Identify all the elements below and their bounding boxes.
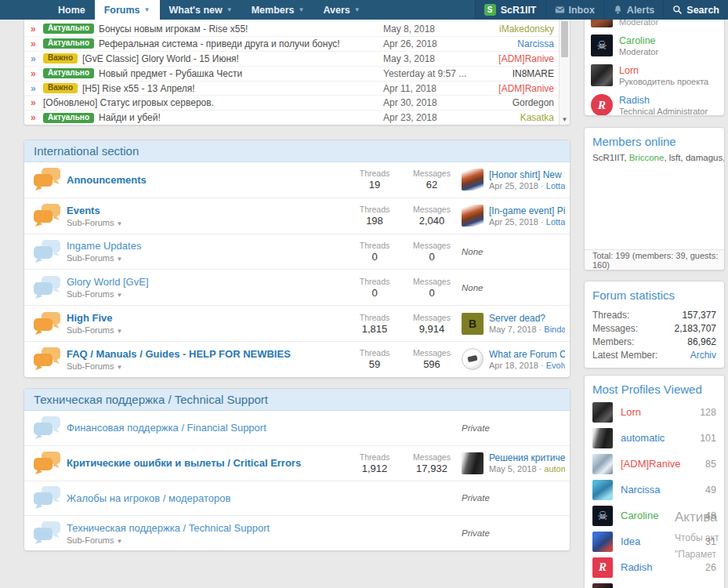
profile-link[interactable]: Idea (621, 535, 705, 547)
forum-link[interactable]: Ingame Updates (67, 240, 347, 252)
forum-row-glory-world[interactable]: Glory World [GvE] Sub-Forums ▼ Threads0 … (24, 270, 570, 306)
member-link[interactable]: Briccone (629, 153, 669, 162)
avatar[interactable] (592, 480, 613, 500)
nav-item-avers[interactable]: Avers▼ (314, 0, 370, 20)
avatar[interactable] (591, 64, 613, 86)
latest-member-link[interactable]: Archiv (690, 350, 716, 361)
panel-title-link[interactable]: Forum statistics (585, 281, 724, 305)
staff-name-link[interactable]: Caroline (619, 35, 658, 46)
latest-post-link[interactable]: What are Forum Credits? (489, 349, 565, 360)
avatar[interactable] (592, 454, 613, 474)
staff-name-link[interactable]: Lorn (619, 65, 708, 76)
account-button[interactable]: S ScR1IIT (475, 0, 545, 20)
avatar[interactable] (592, 583, 613, 588)
latest-post-user[interactable]: Lotta (546, 181, 565, 191)
latest-post-avatar[interactable] (462, 169, 484, 191)
thread-row[interactable]: » Важно [H5] Rise x55 - 13 Апреля! Apr 1… (24, 82, 570, 96)
thread-title-link[interactable]: Реферальная система - приведи друга и по… (99, 38, 383, 49)
forum-row-faq[interactable]: FAQ / Manuals / Guides - HELP FOR NEWBIE… (24, 342, 570, 378)
thread-title-link[interactable]: [GvE Classic] Glory World - 15 Июня! (82, 53, 383, 64)
forum-link[interactable]: High Five (67, 312, 347, 324)
latest-post-link[interactable]: Server dead? (489, 313, 565, 324)
profile-link[interactable]: automatic (621, 432, 700, 444)
forum-link[interactable]: Критические ошибки и вылеты / Critical E… (67, 457, 347, 469)
forum-row-announcements[interactable]: Announcements Threads19 Messages62 [Hono… (24, 162, 570, 198)
thread-user-link[interactable]: [ADM]Ranive (476, 53, 554, 64)
thread-user-link[interactable]: iMakedonsky (476, 24, 554, 34)
thread-title-link[interactable]: [H5] Rise x55 - 13 Апреля! (82, 83, 383, 94)
scroll-down-icon[interactable]: ▼ (560, 114, 570, 125)
nav-item-forums[interactable]: Forums▼ (95, 0, 160, 20)
thread-row[interactable]: » Важно [GvE Classic] Glory World - 15 И… (24, 52, 570, 67)
forum-link[interactable]: Жалобы на игроков / модераторов (67, 492, 347, 504)
member-link[interactable]: ScR1IIT (592, 153, 629, 162)
nav-item-whats-new[interactable]: What's new▼ (160, 0, 242, 20)
latest-post-avatar[interactable] (462, 452, 484, 474)
forum-link[interactable]: Glory World [GvE] (67, 276, 347, 288)
subforums-toggle[interactable]: Sub-Forums ▼ (67, 253, 347, 263)
forum-row-technical-support[interactable]: Техническая поддержка / Technical Suppor… (24, 516, 570, 551)
thread-title-link[interactable]: Бонусы новым игрокам - Rise x55! (99, 24, 383, 34)
thread-title-link[interactable]: Новый предмет - Рубашка Чести (99, 68, 383, 79)
nav-item-members[interactable]: Members▼ (242, 0, 314, 20)
scrollbar[interactable]: ▼ (559, 20, 570, 125)
latest-post-user[interactable]: Lotta (546, 217, 565, 227)
staff-row-radish[interactable]: R Radish Technical Administrator (585, 90, 724, 116)
thread-user-link[interactable]: Kasatka (476, 112, 554, 123)
profile-row-idea[interactable]: Idea 31 (585, 528, 724, 554)
forum-row-player-reports[interactable]: Жалобы на игроков / модераторов Private (24, 481, 570, 517)
forum-row-financial-support[interactable]: Финансовая поддержка / Financial Support… (24, 411, 570, 446)
staff-name-link[interactable]: Radish (619, 95, 708, 106)
profile-row-luciferka[interactable]: Luciferka666 24 (585, 580, 724, 588)
latest-post-link[interactable]: [In-game event] Pirates of A... (489, 205, 565, 216)
forum-row-critical-errors[interactable]: Критические ошибки и вылеты / Critical E… (24, 446, 570, 481)
thread-user-link[interactable]: Gordegon (476, 97, 554, 108)
thread-title-link[interactable]: [Обновлено] Статус игровых серверов. (43, 97, 383, 108)
latest-post-user[interactable]: Evolver (546, 361, 565, 370)
panel-title-link[interactable]: Most Profiles Viewed (585, 376, 724, 399)
nav-item-home[interactable]: Home (49, 0, 95, 20)
subforums-toggle[interactable]: Sub-Forums ▼ (67, 361, 347, 371)
latest-post-avatar[interactable] (462, 348, 484, 370)
profile-row-caroline[interactable]: ☠ Caroline 48 (585, 503, 724, 528)
profile-row-ranive[interactable]: [ADM]Ranive 85 (585, 451, 724, 477)
alerts-button[interactable]: Alerts (603, 0, 663, 20)
thread-row[interactable]: » Актуально Реферальная система - привед… (24, 37, 570, 52)
avatar-skull[interactable]: ☠ (592, 506, 613, 526)
staff-row-lorn[interactable]: Lorn Руководитель проекта (585, 60, 724, 90)
staff-row-caroline[interactable]: ☠ Caroline Moderator (585, 31, 724, 60)
member-link[interactable]: damagus (686, 153, 725, 162)
inbox-button[interactable]: Inbox (545, 0, 603, 20)
subforums-toggle[interactable]: Sub-Forums ▼ (67, 535, 347, 545)
profile-link[interactable]: Lorn (621, 406, 700, 418)
forum-link[interactable]: Техническая поддержка / Technical Suppor… (67, 522, 347, 534)
profile-row-lorn[interactable]: Lorn 128 (585, 399, 724, 425)
avatar[interactable]: R (592, 557, 613, 578)
latest-post-link[interactable]: [Honor shirt] New Item on R... (489, 169, 565, 180)
thread-row[interactable]: » Актуально Найди и убей! Apr 23, 2018 K… (24, 111, 570, 125)
avatar[interactable] (592, 402, 613, 423)
thread-row[interactable]: » [Обновлено] Статус игровых серверов. A… (24, 96, 570, 111)
latest-post-user[interactable]: automatic (544, 464, 565, 474)
forum-link[interactable]: Финансовая поддержка / Financial Support (67, 422, 347, 434)
thread-row[interactable]: » Актуально Бонусы новым игрокам - Rise … (24, 22, 570, 37)
forum-link[interactable]: Announcements (67, 174, 347, 186)
subforums-toggle[interactable]: Sub-Forums ▼ (67, 289, 347, 299)
profile-link[interactable]: Radish (621, 561, 705, 573)
profile-link[interactable]: Narcissa (621, 484, 705, 495)
panel-title-link[interactable]: Members online (585, 128, 724, 151)
thread-row[interactable]: » Актуально Новый предмет - Рубашка Чест… (24, 67, 570, 82)
profile-row-radish[interactable]: R Radish 26 (585, 554, 724, 580)
latest-post-avatar[interactable]: B (462, 313, 484, 335)
thread-user-link[interactable]: [ADM]Ranive (476, 83, 554, 94)
avatar-skull[interactable]: ☠ (591, 34, 613, 56)
avatar[interactable] (592, 532, 613, 552)
avatar[interactable] (592, 428, 613, 448)
forum-link[interactable]: Events (67, 205, 347, 216)
profile-row-automatic[interactable]: automatic 101 (585, 425, 724, 451)
forum-link[interactable]: FAQ / Manuals / Guides - HELP FOR NEWBIE… (67, 348, 347, 360)
latest-post-link[interactable]: Решения критических оши... (489, 452, 565, 463)
profile-link[interactable]: Caroline (621, 510, 705, 521)
profile-link[interactable]: [ADM]Ranive (621, 458, 705, 470)
forum-row-ingame-updates[interactable]: Ingame Updates Sub-Forums ▼ Threads0 Mes… (24, 234, 570, 270)
